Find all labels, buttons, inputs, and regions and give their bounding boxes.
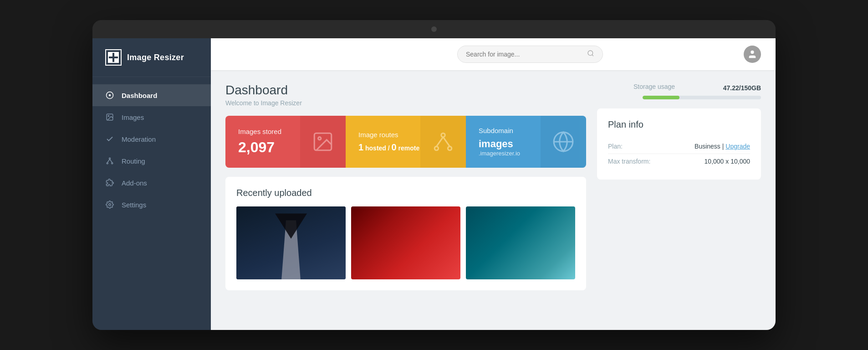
sidebar-item-dashboard-label: Dashboard xyxy=(122,92,157,99)
svg-point-9 xyxy=(107,163,108,164)
svg-point-14 xyxy=(588,51,593,56)
routing-icon xyxy=(105,156,114,165)
svg-point-19 xyxy=(441,133,445,137)
sidebar-nav: Dashboard Images xyxy=(92,77,211,330)
search-bar[interactable] xyxy=(457,46,603,63)
search-icon xyxy=(587,50,594,59)
stat-card-image-routes[interactable]: Image routes 1 hosted / 0 remote xyxy=(346,116,466,168)
plan-row-max-transform: Max transform: 10,000 x 10,000 xyxy=(608,154,750,169)
image-routes-icon-bg xyxy=(420,116,466,168)
svg-line-22 xyxy=(436,137,443,147)
sidebar-item-moderation[interactable]: Moderation xyxy=(92,128,211,150)
storage-bar-track xyxy=(643,96,761,99)
max-transform-label: Max transform: xyxy=(608,158,650,165)
dashboard-icon xyxy=(105,91,114,100)
sidebar-item-images[interactable]: Images xyxy=(92,106,211,128)
device-camera xyxy=(431,26,437,32)
images-stored-icon-bg xyxy=(300,116,346,168)
plan-value: Business | Upgrade xyxy=(694,143,750,150)
device-frame: Image Resizer Dashboard xyxy=(92,20,776,330)
max-transform-value: 10,000 x 10,000 xyxy=(705,158,750,165)
device-top-bar xyxy=(92,20,776,38)
svg-rect-3 xyxy=(114,58,118,62)
plan-info-title: Plan info xyxy=(608,119,750,130)
addons-icon xyxy=(105,178,114,187)
logo-icon xyxy=(105,49,122,66)
stat-card-images-stored[interactable]: Images stored 2,097 xyxy=(225,116,346,168)
app-name: Image Resizer xyxy=(127,53,184,62)
upgrade-link[interactable]: Upgrade xyxy=(725,143,750,150)
svg-line-23 xyxy=(443,137,450,147)
sidebar-item-addons[interactable]: Add-ons xyxy=(92,172,211,194)
sidebar-item-routing[interactable]: Routing xyxy=(92,150,211,172)
svg-point-20 xyxy=(434,147,438,150)
thumbnail-1 xyxy=(236,206,346,279)
subdomain-suffix: .imageresizer.io xyxy=(479,150,520,157)
images-icon xyxy=(105,113,114,122)
stat-card-subdomain[interactable]: Subdomain images .imageresizer.io xyxy=(466,116,586,168)
subdomain-icon-bg xyxy=(541,116,586,168)
main-content: Dashboard Welcome to Image Resizer Image… xyxy=(211,38,776,330)
recently-uploaded-panel: Recently uploaded xyxy=(225,177,586,290)
image-routes-label: Image routes xyxy=(358,131,419,139)
plan-row-plan: Plan: Business | Upgrade xyxy=(608,139,750,154)
sidebar: Image Resizer Dashboard xyxy=(92,38,211,330)
image-routes-value: 1 hosted / 0 remote xyxy=(358,142,419,153)
svg-point-7 xyxy=(108,115,109,116)
sidebar-item-routing-label: Routing xyxy=(122,157,145,165)
plan-label: Plan: xyxy=(608,143,623,150)
page-title: Dashboard xyxy=(225,83,586,98)
thumbnail-2 xyxy=(351,206,460,279)
svg-point-5 xyxy=(109,94,111,97)
svg-point-16 xyxy=(751,51,754,54)
storage-bar-fill xyxy=(643,96,679,99)
left-column: Dashboard Welcome to Image Resizer Image… xyxy=(225,83,586,290)
stat-card-subdomain-content: Subdomain images .imageresizer.io xyxy=(479,127,520,157)
storage-value: 47.22/150GB xyxy=(723,84,761,92)
header xyxy=(211,38,776,70)
svg-point-18 xyxy=(318,137,321,140)
image-grid xyxy=(236,206,575,279)
svg-line-15 xyxy=(592,55,593,56)
images-stored-label: Images stored xyxy=(238,128,281,135)
subdomain-name: images xyxy=(479,138,520,150)
storage-label: Storage usage xyxy=(633,83,675,90)
svg-rect-2 xyxy=(109,58,112,62)
sidebar-item-dashboard[interactable]: Dashboard xyxy=(92,84,211,106)
images-stored-value: 2,097 xyxy=(238,139,281,156)
svg-rect-0 xyxy=(109,53,112,57)
page-body: Dashboard Welcome to Image Resizer Image… xyxy=(211,70,776,330)
sidebar-item-settings[interactable]: Settings xyxy=(92,194,211,216)
user-avatar[interactable] xyxy=(744,46,761,63)
subdomain-label: Subdomain xyxy=(479,127,520,134)
settings-icon xyxy=(105,200,114,209)
page-subtitle: Welcome to Image Resizer xyxy=(225,99,586,107)
storage-panel: Storage usage 47.22/150GB xyxy=(597,83,761,99)
sidebar-item-images-label: Images xyxy=(122,113,144,121)
svg-line-12 xyxy=(110,159,112,163)
svg-point-8 xyxy=(109,158,111,159)
sidebar-item-moderation-label: Moderation xyxy=(122,135,156,143)
sidebar-item-addons-label: Add-ons xyxy=(122,179,147,187)
moderation-icon xyxy=(105,134,114,144)
svg-point-10 xyxy=(112,163,113,164)
right-column: Storage usage 47.22/150GB Plan info Plan… xyxy=(597,83,761,290)
app-container: Image Resizer Dashboard xyxy=(92,38,776,330)
stat-card-image-routes-content: Image routes 1 hosted / 0 remote xyxy=(358,131,419,153)
svg-rect-1 xyxy=(114,53,118,57)
stat-card-images-stored-content: Images stored 2,097 xyxy=(238,128,281,156)
svg-point-13 xyxy=(109,204,111,206)
sidebar-item-settings-label: Settings xyxy=(122,201,146,209)
sidebar-logo: Image Resizer xyxy=(92,38,211,77)
thumbnail-3 xyxy=(466,206,575,279)
storage-header-row: Storage usage 47.22/150GB xyxy=(633,83,761,93)
svg-line-11 xyxy=(107,159,110,163)
page-header-section: Dashboard Welcome to Image Resizer xyxy=(225,83,586,107)
search-input[interactable] xyxy=(466,51,582,58)
recently-uploaded-title: Recently uploaded xyxy=(236,188,575,198)
svg-point-21 xyxy=(448,147,451,150)
plan-info-panel: Plan info Plan: Business | Upgrade Max t… xyxy=(597,108,761,180)
stat-cards: Images stored 2,097 xyxy=(225,116,586,168)
